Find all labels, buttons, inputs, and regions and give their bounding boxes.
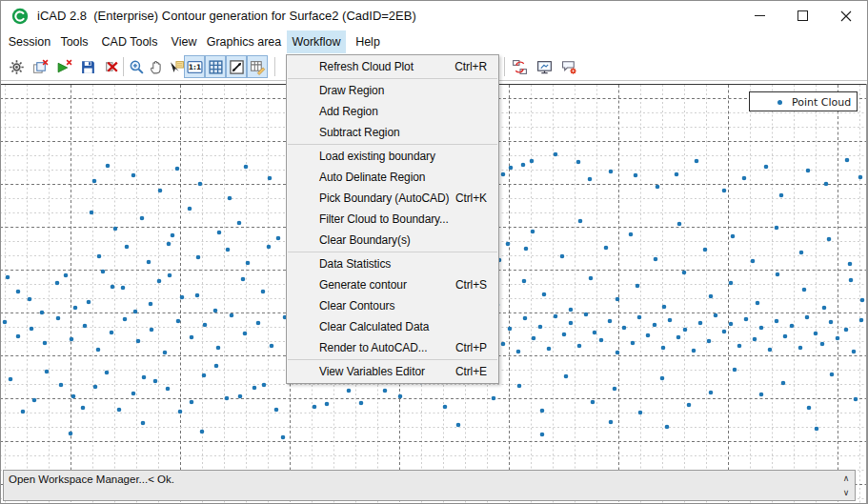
fit-extents-button[interactable] bbox=[226, 55, 247, 78]
point-cloud-marker bbox=[178, 410, 183, 414]
point-cloud-marker bbox=[125, 245, 130, 250]
point-cloud-marker bbox=[28, 297, 32, 302]
menu-item-shortcut: Ctrl+R bbox=[454, 56, 487, 77]
menubar-item-session[interactable]: Session bbox=[5, 30, 54, 53]
save-button[interactable] bbox=[76, 55, 99, 78]
point-cloud-marker bbox=[753, 337, 757, 342]
point-cloud-marker bbox=[69, 432, 73, 436]
point-cloud-marker bbox=[637, 315, 642, 320]
menu-item-draw-region[interactable]: Draw Region bbox=[287, 80, 498, 101]
menu-item-render-to-autocad[interactable]: Render to AutoCAD...Ctrl+P bbox=[287, 337, 498, 358]
menu-item-clear-calculated-data[interactable]: Clear Calculated Data bbox=[287, 316, 498, 337]
point-cloud-marker bbox=[21, 410, 26, 414]
menubar-item-tools[interactable]: Tools bbox=[54, 30, 94, 53]
point-cloud-marker bbox=[698, 321, 703, 326]
point-cloud-marker bbox=[359, 401, 364, 406]
point-cloud-marker bbox=[540, 433, 545, 437]
point-cloud-marker bbox=[180, 295, 185, 300]
point-cloud-marker bbox=[167, 242, 172, 247]
menu-item-auto-delinate-region[interactable]: Auto Delinate Region bbox=[287, 167, 498, 188]
menu-item-filter-cloud-to-boundary[interactable]: Filter Cloud to Boundary... bbox=[287, 209, 498, 230]
point-cloud-marker bbox=[569, 308, 574, 312]
point-cloud-marker bbox=[267, 245, 272, 250]
point-cloud-marker bbox=[398, 394, 403, 399]
minimize-button[interactable] bbox=[738, 1, 781, 30]
flow-refresh-button[interactable] bbox=[509, 55, 530, 78]
point-cloud-marker bbox=[577, 344, 582, 349]
point-cloud-marker bbox=[531, 230, 535, 234]
point-cloud-marker bbox=[524, 247, 529, 252]
menubar-item-help[interactable]: Help bbox=[350, 30, 386, 53]
close-icon bbox=[840, 10, 852, 22]
point-cloud-marker bbox=[631, 341, 636, 346]
grid-button[interactable] bbox=[205, 55, 226, 78]
menu-item-label: Load existing boundary bbox=[319, 150, 435, 163]
zoom-in-button[interactable] bbox=[127, 55, 146, 78]
point-cloud-marker bbox=[682, 271, 687, 275]
monitor-button[interactable] bbox=[534, 55, 555, 78]
point-cloud-marker bbox=[554, 314, 558, 319]
menu-item-generate-contour[interactable]: Generate contourCtrl+S bbox=[287, 274, 498, 295]
point-cloud-marker bbox=[733, 368, 737, 373]
point-cloud-marker bbox=[799, 251, 804, 255]
point-cloud-marker bbox=[668, 318, 673, 323]
point-cloud-marker bbox=[200, 430, 205, 434]
point-cloud-marker bbox=[844, 328, 849, 333]
menu-item-load-existing-boundary[interactable]: Load existing boundary bbox=[287, 146, 498, 167]
point-cloud-marker bbox=[196, 255, 201, 260]
close-button[interactable] bbox=[824, 1, 867, 30]
point-cloud-marker bbox=[848, 262, 853, 267]
point-cloud-marker bbox=[562, 333, 567, 337]
point-cloud-marker bbox=[695, 159, 699, 164]
point-cloud-marker bbox=[347, 389, 352, 393]
point-cloud-marker bbox=[443, 405, 448, 410]
app-icon bbox=[11, 8, 29, 25]
menu-item-shortcut: Ctrl+P bbox=[455, 337, 487, 358]
pan-hand-button[interactable] bbox=[147, 55, 166, 78]
point-cloud-marker bbox=[9, 377, 13, 382]
menubar-item-graphics-area[interactable]: Graphics area bbox=[203, 30, 285, 53]
menu-item-clear-contours[interactable]: Clear Contours bbox=[287, 295, 498, 316]
chat-gear-button[interactable] bbox=[558, 55, 579, 78]
menu-item-clear-boundary-s[interactable]: Clear Boundary(s) bbox=[287, 230, 498, 251]
point-cloud-marker bbox=[656, 185, 660, 190]
menu-item-label: Pick Boundary (AutoCAD) bbox=[319, 192, 449, 205]
toolbar-separator bbox=[274, 57, 275, 76]
point-cloud-marker bbox=[96, 348, 101, 353]
menu-separator bbox=[288, 78, 497, 79]
pick-note-button[interactable] bbox=[167, 55, 186, 78]
point-cloud-marker bbox=[256, 321, 261, 326]
point-cloud-marker bbox=[262, 383, 267, 388]
delete-red-x-button[interactable] bbox=[100, 55, 123, 78]
new-cancel-button[interactable] bbox=[29, 55, 51, 78]
menubar-item-view[interactable]: View bbox=[165, 30, 203, 53]
gear-button[interactable] bbox=[5, 55, 28, 78]
menu-item-pick-boundary-autocad[interactable]: Pick Boundary (AutoCAD)Ctrl+K bbox=[287, 188, 498, 209]
scale-1-1-button[interactable]: 1:1 bbox=[184, 55, 205, 78]
maximize-button[interactable] bbox=[781, 1, 824, 30]
menu-item-refresh-cloud-plot[interactable]: Refresh Cloud PlotCtrl+R bbox=[287, 56, 498, 77]
menubar-item-workflow[interactable]: Workflow bbox=[287, 30, 346, 53]
point-cloud-marker bbox=[81, 406, 86, 411]
menubar-item-cad-tools[interactable]: CAD Tools bbox=[96, 30, 163, 53]
menu-item-label: Data Statistics bbox=[319, 257, 391, 271]
point-cloud-marker bbox=[110, 331, 114, 335]
menu-item-subtract-region[interactable]: Subtract Region bbox=[287, 122, 498, 143]
menu-item-label: Filter Cloud to Boundary... bbox=[319, 212, 449, 226]
status-bar: Open Workspace Manager...< Ok. ∧ ∨ bbox=[3, 470, 856, 501]
run-cancel-button[interactable] bbox=[52, 55, 75, 78]
legend-marker-dot bbox=[777, 100, 782, 105]
status-scroll-up-arrow[interactable]: ∧ bbox=[840, 474, 852, 483]
status-scroll-down-arrow[interactable]: ∨ bbox=[840, 488, 852, 497]
menu-item-data-statistics[interactable]: Data Statistics bbox=[287, 253, 498, 274]
point-cloud-marker bbox=[599, 338, 604, 343]
point-cloud-marker bbox=[163, 351, 168, 355]
point-cloud-marker bbox=[609, 420, 614, 425]
table-edit-button[interactable] bbox=[247, 55, 268, 78]
point-cloud-marker bbox=[692, 349, 696, 353]
point-cloud-marker bbox=[492, 396, 496, 401]
point-cloud-marker bbox=[246, 261, 251, 266]
menu-item-view-variables-editor[interactable]: View Variables EditorCtrl+E bbox=[287, 361, 498, 382]
menu-item-add-region[interactable]: Add Region bbox=[287, 101, 498, 122]
point-cloud-marker bbox=[768, 348, 773, 353]
